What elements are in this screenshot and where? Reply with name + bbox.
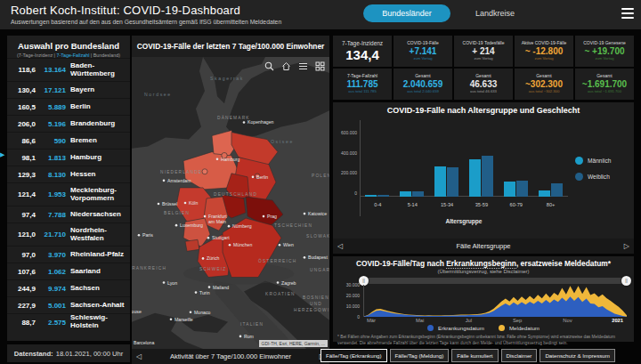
time-range-slider[interactable] <box>363 277 627 285</box>
page-subtitle: Auswertungen basierend auf den aus den G… <box>11 19 281 25</box>
bar-group-60-79[interactable] <box>504 181 528 197</box>
kpi-bottom-1[interactable]: 7-Tage-Fallzahl111.785aus total 111.785 <box>333 69 392 100</box>
bundesland-row-15[interactable]: 88,72.575Schleswig-Holstein <box>7 313 130 330</box>
inzidenz-value: 227,9 <box>10 302 36 310</box>
time-y-tick: 10.000 <box>346 303 360 309</box>
bar-group-80+[interactable] <box>539 183 563 197</box>
bundesland-row-8[interactable]: 121,41.953Mecklenburg-Vorpommern <box>7 182 130 206</box>
bundesland-row-1[interactable]: 118,613.164Baden-Württemberg <box>7 58 130 81</box>
kpi-top-5[interactable]: COVID-19 Genesene~ +19.700zum Vortag <box>575 36 634 67</box>
bar-Weiblich-15-34[interactable] <box>447 167 458 197</box>
bundesland-row-7[interactable]: 129,38.130Hessen <box>7 166 130 182</box>
legend-item-Männlich[interactable]: Männlich <box>575 157 634 165</box>
map-canvas[interactable]: NordseeSkagerrakOstseeDÄNEMARKNIEDERLAND… <box>132 57 329 349</box>
kpi-bottom-5[interactable]: Gesamt~1.691.700aus total ~1.691.700 <box>575 69 634 100</box>
bundesland-name: Nordrhein-Westfalen <box>70 227 127 243</box>
bar-group-0-4[interactable] <box>365 195 389 197</box>
kpi-top-1[interactable]: 7-Tage-Inzidenz134,4 <box>333 36 392 67</box>
home-icon[interactable] <box>280 61 292 72</box>
city-dot-Rom <box>239 336 242 338</box>
time-chart-plot[interactable] <box>363 285 627 317</box>
inzidenz-value: 107,6 <box>10 268 36 276</box>
footer-button-Datenschutz & Impressum[interactable]: Datenschutz & Impressum <box>540 349 615 362</box>
inzidenz-value: 160,5 <box>10 103 36 111</box>
kpi-bottom-3[interactable]: Gesamt46.633aus total 46.633 <box>454 69 513 100</box>
kpi-top-4[interactable]: Aktive COVID-19-Fälle~ -12.800zum Vortag <box>515 36 573 67</box>
bundesland-row-4[interactable]: 206,05.196Brandenburg <box>7 115 130 132</box>
bundesland-row-6[interactable]: 98,11.813Hamburg <box>7 149 130 166</box>
map-label-Paris: Paris <box>142 232 153 238</box>
kpi-card-1: 7-Tage-Inzidenz134,47-Tage-Fallzahl111.7… <box>333 36 392 100</box>
kpi-value: ~1.691.700 <box>582 79 627 90</box>
footer-button-Fälle/Tag (Meldung)[interactable]: Fälle/Tag (Meldung) <box>390 349 450 362</box>
kpi-subtext: aus total ~302.300 <box>529 90 560 94</box>
map-label-NIEDERLANDE: NIEDERLANDE <box>160 170 202 174</box>
map-label-Ostsee: Ostsee <box>271 139 294 144</box>
bar-Weiblich-0-4[interactable] <box>377 195 389 197</box>
bar-Männlich-60-79[interactable] <box>504 182 515 197</box>
bundesland-row-14[interactable]: 227,95.001Sachsen-Anhalt <box>7 296 130 313</box>
kpi-subtext: aus total 46.633 <box>470 90 497 94</box>
bundesland-name: Hessen <box>70 171 127 179</box>
bundesland-row-13[interactable]: 244,99.974Sachsen <box>7 279 130 296</box>
map-label-Rom: Rom <box>244 334 254 339</box>
sidebar-expand-icon[interactable]: ▶ <box>0 151 4 158</box>
map-label-Nürnberg: Nürnberg <box>232 223 252 229</box>
city-dot-Lyon <box>163 281 166 284</box>
bar-Männlich-80+[interactable] <box>539 190 550 197</box>
bundesland-row-11[interactable]: 97,03.970Rheinland-Pfalz <box>7 246 130 263</box>
bundesland-row-10[interactable]: 121,021.710Nordrhein-Westfalen <box>7 222 130 246</box>
legend-item-Weiblich[interactable]: Weiblich <box>575 173 634 181</box>
bundesland-name: Sachsen <box>70 285 127 293</box>
bundesland-row-5[interactable]: 86,6590Bremen <box>7 132 130 149</box>
age-x-tick: 5-14 <box>394 202 430 207</box>
hamburger-menu-icon[interactable] <box>621 8 634 19</box>
map-label-FRANKREICH: FRANKREICH <box>132 266 166 271</box>
bar-Weiblich-35-59[interactable] <box>482 156 493 197</box>
bar-Männlich-15-34[interactable] <box>434 166 446 197</box>
map-toolbar <box>264 61 326 72</box>
bar-Weiblich-60-79[interactable] <box>516 181 528 197</box>
legend-item-Meldedatum[interactable]: Meldedatum <box>499 325 540 331</box>
footer-button-Fälle/Tag (Erkrankung)[interactable]: Fälle/Tag (Erkrankung) <box>320 349 387 362</box>
time-chart-x-axis: MärMaiJulSepNov2021 <box>363 318 627 325</box>
kpi-bottom-2[interactable]: Gesamt2.040.659aus total 2.040.659 <box>394 69 452 100</box>
kpi-top-3[interactable]: COVID-19 Todesfälle+ 214zum Vortag <box>454 36 513 67</box>
footer-button-Disclaimer[interactable]: Disclaimer <box>501 349 538 362</box>
footer-button-Fälle kumuliert[interactable]: Fälle kumuliert <box>451 349 498 362</box>
basemap-grid-icon[interactable] <box>314 61 326 72</box>
tab-bundeslaender[interactable]: Bundesländer <box>363 4 450 22</box>
search-icon[interactable] <box>264 61 275 72</box>
kpi-bottom-4[interactable]: Gesamt~302.300aus total ~302.300 <box>515 69 573 100</box>
time-chart-subtitle: (Übermittlungsverzug, siehe Disclaimer) <box>333 269 634 274</box>
legend-item-Erkrankungsdatum[interactable]: Erkrankungsdatum <box>427 325 484 331</box>
kpi-value: ~ +19.700 <box>584 46 624 57</box>
tab-landkreise[interactable]: Landkreise <box>459 4 531 22</box>
bundesland-row-3[interactable]: 160,55.889Berlin <box>7 98 130 115</box>
kpi-subtext: aus total 111.785 <box>348 90 377 94</box>
age-chart-plot[interactable]: 0-45-1415-3435-5960-7980+ <box>360 120 568 216</box>
bar-Weiblich-80+[interactable] <box>551 183 563 197</box>
bundesland-name: Bayern <box>70 86 127 94</box>
bundesland-row-12[interactable]: 107,61.062Saarland <box>7 263 130 279</box>
bar-Männlich-0-4[interactable] <box>365 195 377 197</box>
europe-map[interactable]: NordseeSkagerrakOstseeDÄNEMARKNIEDERLAND… <box>132 57 329 349</box>
bundesland-row-2[interactable]: 130,417.121Bayern <box>7 81 130 98</box>
age-x-tick: 80+ <box>533 202 569 207</box>
slider-track[interactable] <box>363 278 627 284</box>
kpi-top-2[interactable]: COVID-19-Fälle+7.141zum Vortag <box>394 36 452 67</box>
age-next-arrow-icon[interactable]: ▷ <box>624 243 629 250</box>
legend-dot-icon <box>427 325 434 331</box>
legend-label: Weiblich <box>588 174 610 180</box>
kpi-value: 111.785 <box>346 79 377 90</box>
bar-group-35-59[interactable] <box>469 156 493 197</box>
rki-covid-dashboard: Robert Koch-Institut: COVID-19-Dashboard… <box>0 0 641 364</box>
bar-Weiblich-5-14[interactable] <box>412 191 424 197</box>
bar-group-15-34[interactable] <box>434 166 458 197</box>
bar-group-5-14[interactable] <box>400 191 424 197</box>
legend-list-icon[interactable] <box>297 61 309 72</box>
time-y-tick: 30.000 <box>346 282 360 287</box>
bundesland-row-9[interactable]: 97,47.788Niedersachsen <box>7 206 130 222</box>
bar-Männlich-5-14[interactable] <box>400 191 411 197</box>
bar-Männlich-35-59[interactable] <box>469 159 481 197</box>
